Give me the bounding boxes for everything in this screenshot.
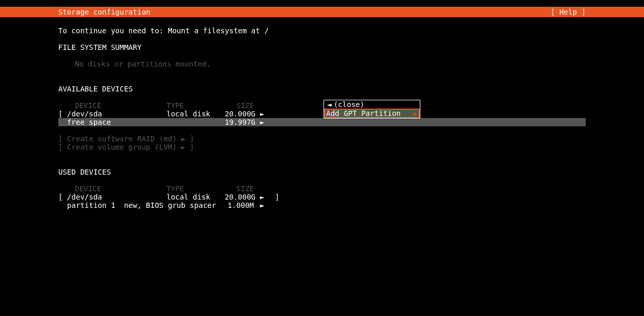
create-lvm-action[interactable]: [ Create volume group (LVM) ► ] bbox=[58, 143, 586, 151]
available-row[interactable]: [ /dev/sda local disk 20.000G ► bbox=[58, 110, 586, 118]
menu-close-label: (close) bbox=[333, 100, 364, 109]
available-row-selected[interactable]: free space 19.997G ► bbox=[58, 118, 586, 126]
menu-close[interactable]: ◄ (close) bbox=[324, 100, 420, 109]
hint-text: To continue you need to: Mount a filesys… bbox=[58, 27, 586, 35]
col-size: SIZE bbox=[225, 101, 254, 110]
create-raid-action[interactable]: [ Create software RAID (md) ► ] bbox=[58, 135, 586, 143]
menu-item-add-gpt[interactable]: Add GPT Partition ► bbox=[324, 109, 420, 118]
used-heading: USED DEVICES bbox=[58, 168, 586, 176]
menu-item-label: Add GPT Partition bbox=[326, 109, 401, 117]
triangle-left-icon: ◄ bbox=[327, 100, 331, 109]
expand-icon[interactable]: ► bbox=[254, 193, 271, 201]
help-button[interactable]: [ Help ] bbox=[551, 8, 586, 16]
col-device: DEVICE bbox=[58, 185, 166, 193]
expand-icon[interactable]: ► bbox=[254, 118, 271, 126]
page-title: Storage configuration bbox=[58, 8, 150, 16]
col-type: TYPE bbox=[166, 185, 225, 193]
expand-icon[interactable]: ► bbox=[254, 110, 271, 118]
col-device: DEVICE bbox=[58, 101, 166, 110]
context-menu: ◄ (close) Add GPT Partition ► bbox=[324, 100, 420, 118]
expand-icon[interactable]: ► bbox=[254, 201, 271, 209]
triangle-right-icon: ► bbox=[414, 109, 418, 117]
available-header-row: DEVICE TYPE SIZE bbox=[58, 101, 586, 110]
col-size: SIZE bbox=[225, 185, 254, 193]
col-type: TYPE bbox=[166, 101, 225, 110]
used-row[interactable]: [ /dev/sda local disk 20.000G ► ] bbox=[58, 193, 586, 201]
fs-summary-empty: No disks or partitions mounted. bbox=[58, 60, 586, 68]
fs-summary-heading: FILE SYSTEM SUMMARY bbox=[58, 43, 586, 51]
header-bar: Storage configuration [ Help ] bbox=[0, 7, 644, 17]
available-heading: AVAILABLE DEVICES bbox=[58, 85, 586, 93]
used-header-row: DEVICE TYPE SIZE bbox=[58, 185, 586, 193]
used-row[interactable]: partition 1 new, BIOS grub spacer 1.000M… bbox=[58, 201, 586, 209]
